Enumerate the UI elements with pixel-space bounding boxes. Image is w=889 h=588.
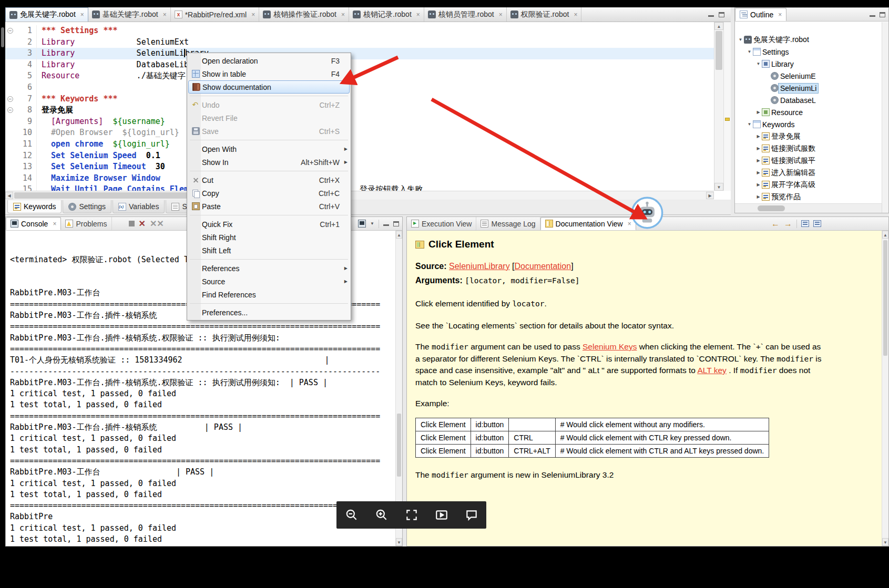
outline-vertical-scrollbar[interactable] <box>882 22 888 213</box>
outline-item-item[interactable]: ▶预览作品 <box>735 191 882 203</box>
console-vscroll-thumb[interactable] <box>397 414 401 477</box>
outline-item-resource[interactable]: ▶Resource <box>735 106 882 118</box>
editor-tab-robot[interactable]: 权限验证.robot× <box>507 7 582 22</box>
minimize-icon[interactable] <box>708 12 714 17</box>
menu-item-quick-fix[interactable]: Quick FixCtrl+1 <box>188 218 350 231</box>
display-console-icon[interactable] <box>358 220 366 228</box>
code-line[interactable]: 3Library SeleniumLibrary <box>5 48 714 59</box>
code-line[interactable]: 2Library SeleniumExt <box>5 37 714 48</box>
outline-item-library[interactable]: ▼Library <box>735 58 882 70</box>
console-vertical-scrollbar[interactable]: ▲ ▼ <box>395 231 402 546</box>
menu-item-paste[interactable]: PasteCtrl+V <box>188 200 350 213</box>
outline-item-seleniume[interactable]: SeleniumE <box>735 70 882 82</box>
outline-item-item[interactable]: ▶链接测试服数 <box>735 142 882 154</box>
menu-item-copy[interactable]: CopyCtrl+C <box>188 187 350 200</box>
scroll-down-icon[interactable]: ▼ <box>714 183 723 191</box>
maximize-icon[interactable] <box>719 12 724 17</box>
editor-page-tab-variables[interactable]: Variables <box>113 200 165 213</box>
editor-horizontal-scrollbar[interactable]: ◀ ▶ <box>5 191 714 200</box>
editor-vscroll-thumb[interactable] <box>716 31 722 70</box>
forward-arrow-icon[interactable]: → <box>784 220 792 228</box>
menu-item-preferences[interactable]: Preferences... <box>188 306 350 319</box>
outline-item-item[interactable]: ▶进入新编辑器 <box>735 167 882 179</box>
zoom-in-icon[interactable] <box>371 504 392 525</box>
doc-link[interactable]: ALT key <box>697 366 726 375</box>
scroll-right-icon[interactable]: ▶ <box>706 192 714 199</box>
doc-vscroll-thumb[interactable] <box>883 240 887 356</box>
open-documentation-icon[interactable] <box>813 220 821 227</box>
tree-expanded-icon[interactable]: ▼ <box>746 122 753 127</box>
code-area[interactable]: −1*** Settings ***2Library SeleniumExt3L… <box>5 22 714 191</box>
menu-item-references[interactable]: References▶ <box>188 262 350 275</box>
scroll-down-icon[interactable]: ▼ <box>882 538 888 546</box>
menu-item-find-references[interactable]: Find References <box>188 288 350 301</box>
outline-hscroll-thumb[interactable] <box>758 205 785 211</box>
left-edge-scrollbar-thumb[interactable] <box>1 27 4 47</box>
close-icon[interactable]: × <box>163 12 167 18</box>
code-line[interactable]: 10 #Open Browser ${login_url} <box>5 127 714 139</box>
close-icon[interactable]: × <box>53 221 56 227</box>
close-icon[interactable]: × <box>778 12 782 18</box>
code-line[interactable]: 11 open chrome ${login_url} <box>5 139 714 150</box>
editor-tab-robot[interactable]: 免展关键字.robot× <box>5 7 88 22</box>
tree-collapsed-icon[interactable]: ▶ <box>755 146 762 151</box>
code-editor[interactable]: −1*** Settings ***2Library SeleniumExt3L… <box>5 22 731 200</box>
fold-minus-icon[interactable]: − <box>7 96 13 102</box>
outline-item-databasel[interactable]: DatabaseL <box>735 94 882 106</box>
code-line[interactable]: 14 Maximize Browser Window <box>5 173 714 184</box>
scroll-down-icon[interactable]: ▼ <box>396 538 402 546</box>
tree-expanded-icon[interactable]: ▼ <box>755 61 762 66</box>
tree-expanded-icon[interactable]: ▼ <box>746 49 753 54</box>
editor-page-tab-settings[interactable]: Settings <box>63 200 111 213</box>
tab-execution-view[interactable]: Execution View <box>407 217 476 230</box>
tree-collapsed-icon[interactable]: ▶ <box>755 158 762 163</box>
doc-link[interactable]: Selenium Keys <box>583 342 637 351</box>
scroll-up-icon[interactable]: ▲ <box>396 231 402 239</box>
doc-link[interactable]: Documentation <box>515 262 571 271</box>
scroll-up-icon[interactable]: ▲ <box>882 231 888 239</box>
menu-item-show-documentation[interactable]: Show documentation <box>188 80 350 94</box>
fold-minus-icon[interactable]: − <box>7 28 13 34</box>
editor-tab-robot[interactable]: 核销员管理.robot× <box>424 7 507 22</box>
menu-item-shift-right[interactable]: Shift Right <box>188 231 350 244</box>
code-line[interactable]: −8登录免展 <box>5 105 714 116</box>
code-line[interactable]: 4Library DatabaseLibrary <box>5 59 714 71</box>
robot-assistant-badge[interactable] <box>631 197 663 229</box>
outline-item-item[interactable]: ▶展开字体高级 <box>735 179 882 191</box>
tree-collapsed-icon[interactable]: ▶ <box>755 182 762 187</box>
menu-item-show-in[interactable]: Show InAlt+Shift+W▶ <box>188 156 350 169</box>
close-icon[interactable]: × <box>574 12 577 18</box>
outline-horizontal-scrollbar[interactable] <box>735 203 882 213</box>
minimize-icon[interactable] <box>870 12 875 17</box>
editor-tab-robot[interactable]: 核销记录.robot× <box>349 7 424 22</box>
code-line[interactable]: −1*** Settings *** <box>5 25 714 37</box>
menu-item-save[interactable]: SaveCtrl+S <box>188 125 350 138</box>
scroll-left-icon[interactable]: ◀ <box>5 192 13 199</box>
menu-item-shift-left[interactable]: Shift Left <box>188 244 350 257</box>
tab-documentation-view[interactable]: Documentation View× <box>540 217 636 230</box>
code-line[interactable]: 13 Set Selenium Timeout 30 <box>5 161 714 173</box>
menu-item-show-in-table[interactable]: Show in tableF4 <box>188 67 350 80</box>
editor-tab-rabbitpre-red-xml[interactable]: *RabbitPre/red.xml× <box>171 7 260 22</box>
back-arrow-icon[interactable]: ← <box>771 220 780 228</box>
doc-vertical-scrollbar[interactable]: ▲ ▼ <box>882 231 888 546</box>
present-icon[interactable] <box>431 504 452 525</box>
occurrence-marker[interactable] <box>725 118 730 121</box>
close-icon[interactable]: × <box>341 12 345 18</box>
tab-console[interactable]: Console× <box>6 217 61 230</box>
tab-message-log[interactable]: Message Log <box>476 217 540 230</box>
console-dropdown-icon[interactable]: ▼ <box>370 221 374 226</box>
outline-item-settings[interactable]: ▼Settings <box>735 46 882 58</box>
close-icon[interactable]: × <box>80 12 84 18</box>
terminate-icon[interactable] <box>129 221 135 226</box>
tab-outline[interactable]: Outline × <box>735 8 786 21</box>
outline-item-item[interactable]: ▶链接测试服平 <box>735 154 882 167</box>
editor-vertical-scrollbar[interactable]: ▲ ▼ <box>714 22 723 191</box>
code-line[interactable]: 5Resource ./基础关键字.robot <box>5 70 714 82</box>
code-line[interactable]: 15 Wait Until Page Contains Element 登录按钮… <box>5 184 714 191</box>
menu-item-cut[interactable]: CutCtrl+X <box>188 173 350 187</box>
scroll-up-icon[interactable]: ▲ <box>714 22 723 30</box>
code-line[interactable]: 6 <box>5 82 714 94</box>
remove-all-launches-icon[interactable]: ✕✕ <box>150 219 164 229</box>
minimize-icon[interactable] <box>383 221 389 226</box>
